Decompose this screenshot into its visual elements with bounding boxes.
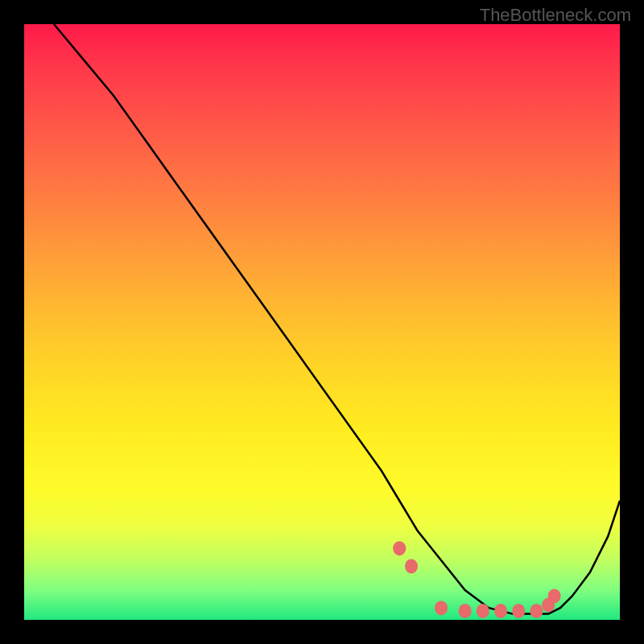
marker-point [393, 541, 406, 555]
marker-point [477, 604, 489, 618]
marker-point [530, 604, 543, 618]
chart-plot-area [24, 24, 620, 620]
marker-point [548, 588, 561, 603]
bottleneck-curve [54, 24, 620, 614]
marker-point [405, 559, 418, 573]
markers-group [393, 541, 560, 618]
marker-point [494, 604, 507, 618]
watermark-text: TheBottleneck.com [480, 5, 631, 26]
marker-point [512, 604, 525, 618]
curve-group [54, 24, 620, 614]
chart-svg [24, 24, 620, 620]
marker-point [459, 604, 472, 618]
marker-point [435, 601, 448, 615]
